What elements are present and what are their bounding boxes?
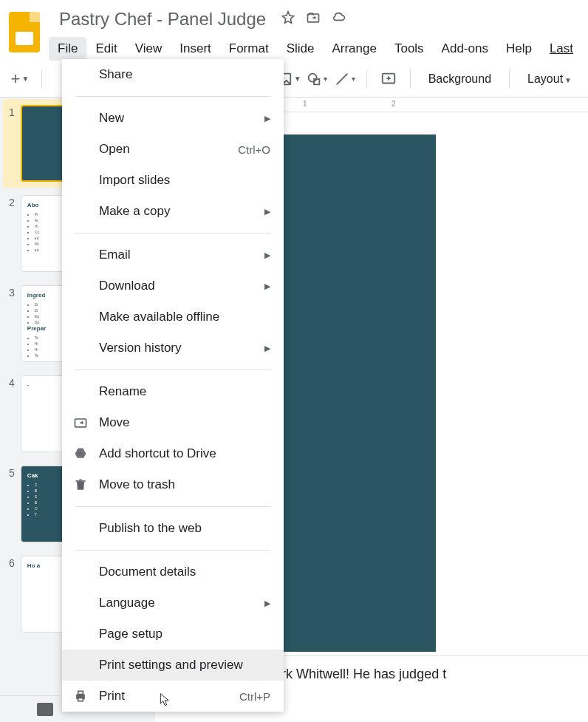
menu-item-label: Version history xyxy=(99,341,182,355)
menu-item-label: Make available offline xyxy=(99,310,219,324)
menu-item-language[interactable]: Language▶ xyxy=(62,588,284,619)
separator xyxy=(366,69,367,89)
menu-edit[interactable]: Edit xyxy=(86,37,126,61)
menu-item-label: Import slides xyxy=(99,173,170,188)
submenu-arrow-icon: ▶ xyxy=(264,114,270,123)
menu-shortcut: Ctrl+P xyxy=(239,690,270,703)
svg-rect-9 xyxy=(78,698,83,701)
menu-help[interactable]: Help xyxy=(497,37,541,61)
insert-line-button[interactable]: ▾ xyxy=(332,67,358,92)
layout-button[interactable]: Layout▼ xyxy=(519,72,581,86)
menubar: File Edit View Insert Format Slide Arran… xyxy=(49,37,582,61)
cloud-saved-icon[interactable] xyxy=(331,10,346,28)
mouse-cursor xyxy=(158,691,173,709)
chevron-down-icon: ▼ xyxy=(21,75,29,83)
document-title[interactable]: Pastry Chef - Panel Judge xyxy=(55,7,270,31)
header: Pastry Chef - Panel Judge File Edit View… xyxy=(0,0,588,61)
svg-point-3 xyxy=(309,73,317,81)
menu-last-edit[interactable]: Last xyxy=(541,37,582,61)
ruler-tick: 2 xyxy=(392,100,396,108)
menu-separator xyxy=(75,550,270,551)
chevron-down-icon: ▾ xyxy=(352,75,355,83)
ruler-tick: 1 xyxy=(303,100,307,108)
menu-item-label: Publish to the web xyxy=(99,521,202,536)
menu-item-label: Document details xyxy=(99,565,196,579)
menu-item-label: Language xyxy=(99,596,155,610)
menu-separator xyxy=(75,96,270,97)
menu-item-page-setup[interactable]: Page setup xyxy=(62,619,284,650)
insert-comment-button[interactable] xyxy=(376,67,401,92)
chevron-down-icon: ▼ xyxy=(564,76,572,84)
menu-item-label: Move xyxy=(99,415,130,430)
menu-item-label: Open xyxy=(99,142,130,157)
menu-item-import-slides[interactable]: Import slides xyxy=(62,165,284,196)
menu-item-label: New xyxy=(99,111,124,126)
menu-addons[interactable]: Add-ons xyxy=(433,37,497,61)
menu-item-new[interactable]: New▶ xyxy=(62,103,284,134)
thumbnail-number: 4 xyxy=(6,375,21,452)
thumbnail-number: 5 xyxy=(6,466,21,542)
star-icon[interactable] xyxy=(281,10,295,28)
background-button[interactable]: Background xyxy=(420,72,500,86)
grid-view-icon[interactable] xyxy=(37,703,53,716)
menu-item-download[interactable]: Download▶ xyxy=(62,270,284,302)
menu-item-move[interactable]: Move xyxy=(62,407,284,438)
menu-item-print-settings-and-preview[interactable]: Print settings and preview xyxy=(62,650,284,681)
menu-item-label: Print settings and preview xyxy=(99,658,243,672)
print-icon xyxy=(72,688,89,704)
thumbnail-number: 1 xyxy=(6,105,21,182)
chevron-down-icon: ▼ xyxy=(294,75,301,83)
menu-item-rename[interactable]: Rename xyxy=(62,376,284,407)
submenu-arrow-icon: ▶ xyxy=(264,207,270,217)
menu-insert[interactable]: Insert xyxy=(171,37,220,61)
menu-item-publish-to-the-web[interactable]: Publish to the web xyxy=(62,513,284,544)
menu-separator xyxy=(75,369,270,370)
thumbnail-number: 6 xyxy=(6,556,21,633)
thumbnail-number: 2 xyxy=(6,195,21,272)
menu-item-label: Add shortcut to Drive xyxy=(99,446,216,461)
menu-item-make-a-copy[interactable]: Make a copy▶ xyxy=(62,196,284,227)
menu-item-share[interactable]: Share xyxy=(62,59,284,90)
trash-icon xyxy=(72,477,89,493)
menu-format[interactable]: Format xyxy=(220,37,278,61)
thumbnail-number: 3 xyxy=(6,285,21,362)
separator xyxy=(410,69,411,89)
menu-shortcut: Ctrl+O xyxy=(238,143,270,156)
menu-file[interactable]: File xyxy=(49,37,86,61)
menu-item-label: Email xyxy=(99,248,131,262)
menu-slide[interactable]: Slide xyxy=(278,37,324,61)
menu-item-print[interactable]: PrintCtrl+P xyxy=(62,681,284,712)
menu-item-open[interactable]: OpenCtrl+O xyxy=(62,134,284,165)
plus-icon: + xyxy=(11,69,21,89)
menu-separator xyxy=(75,233,270,234)
insert-shape-button[interactable]: ▾ xyxy=(304,67,329,92)
bottom-bar xyxy=(0,695,59,722)
menu-item-version-history[interactable]: Version history▶ xyxy=(62,333,284,364)
submenu-arrow-icon: ▶ xyxy=(264,599,270,608)
menu-item-move-to-trash[interactable]: Move to trash xyxy=(62,469,284,500)
menu-view[interactable]: View xyxy=(126,37,171,61)
submenu-arrow-icon: ▶ xyxy=(264,282,270,291)
slides-logo[interactable] xyxy=(9,12,40,52)
menu-item-label: Print xyxy=(99,689,125,704)
drive-shortcut-icon xyxy=(72,446,89,462)
move-folder-icon[interactable] xyxy=(306,10,321,28)
menu-item-label: Download xyxy=(99,279,155,293)
menu-item-label: Page setup xyxy=(99,627,163,641)
submenu-arrow-icon: ▶ xyxy=(264,344,270,353)
separator xyxy=(41,69,42,89)
menu-item-add-shortcut-to-drive[interactable]: Add shortcut to Drive xyxy=(62,438,284,469)
menu-tools[interactable]: Tools xyxy=(386,37,433,61)
move-icon xyxy=(72,415,89,431)
separator xyxy=(509,69,510,89)
menu-item-email[interactable]: Email▶ xyxy=(62,239,284,270)
menu-separator xyxy=(75,506,270,507)
menu-item-document-details[interactable]: Document details xyxy=(62,556,284,588)
new-slide-button[interactable]: + ▼ xyxy=(7,67,33,92)
menu-item-make-available-offline[interactable]: Make available offline xyxy=(62,302,284,333)
submenu-arrow-icon: ▶ xyxy=(264,251,270,260)
menu-item-label: Rename xyxy=(99,384,146,399)
svg-rect-8 xyxy=(78,691,83,694)
menu-arrange[interactable]: Arrange xyxy=(323,37,385,61)
menu-item-label: Make a copy xyxy=(99,204,170,219)
